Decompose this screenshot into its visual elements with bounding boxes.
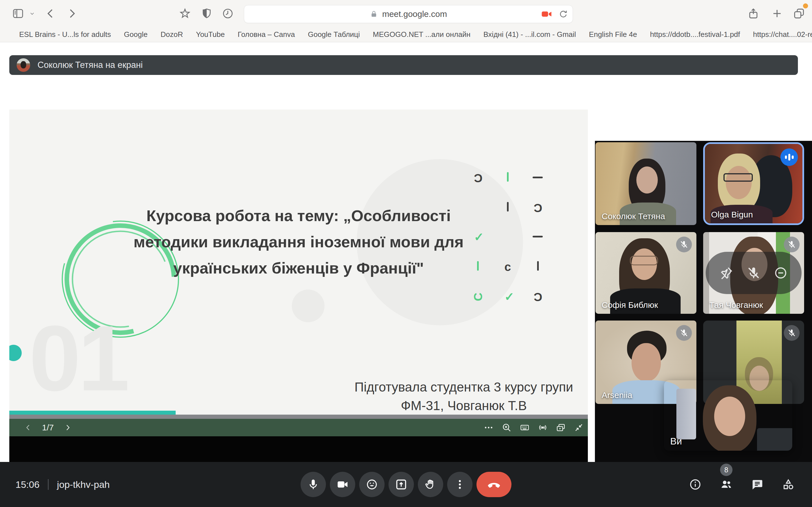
history-clock-icon[interactable] [218, 4, 238, 23]
back-button[interactable] [41, 4, 60, 23]
slide-title: Курсова робота на тему: „Особливості мет… [9, 203, 588, 281]
slide-subtitle-line: ФМ-31, Човганюк Т.В [337, 396, 588, 414]
headboard-shape [757, 428, 792, 451]
speaking-indicator [780, 149, 798, 166]
presentation-video-edge [9, 414, 588, 419]
url-text: meet.google.com [382, 9, 447, 19]
collapse-presentation-button[interactable] [570, 419, 588, 436]
curtain-shape [676, 389, 696, 439]
end-call-button[interactable] [476, 472, 511, 497]
participant-tile-speaking[interactable]: Olga Bigun [703, 142, 804, 225]
camera-button[interactable] [330, 472, 355, 497]
participant-count-badge: 8 [720, 464, 732, 476]
mic-off-icon [676, 325, 692, 341]
glasses-shape [723, 173, 753, 182]
participant-tile[interactable]: Софія Библюк [596, 232, 696, 314]
new-tab-button[interactable] [767, 4, 786, 23]
microphone-button[interactable] [301, 472, 326, 497]
slide-number: 01 [29, 312, 127, 405]
privacy-shield-icon[interactable] [197, 4, 216, 23]
presentation-stage[interactable]: 01 Курсова робота на тему: „Особливості … [9, 110, 588, 462]
bookmark-item[interactable]: https://chat....02-render-sha [753, 30, 812, 39]
share-button[interactable] [744, 4, 763, 23]
bookmark-item[interactable]: MEGOGO.NET ...али онлайн [373, 30, 470, 39]
pin-icon[interactable] [719, 266, 734, 280]
slide-title-line: Курсова робота на тему: „Особливості [9, 203, 588, 229]
camera-active-icon[interactable] [541, 8, 552, 20]
raise-hand-button[interactable] [418, 472, 443, 497]
slide-title-line: українських біженців у Франції" [9, 255, 588, 281]
bookmarks-bar: ESL Brains - U...ls for adults Google Do… [0, 27, 812, 42]
slide-decor-mark [507, 172, 509, 182]
bookmark-item[interactable]: Google Таблиці [308, 30, 360, 39]
slide-decor-small-circle [292, 290, 324, 322]
bookmark-item[interactable]: https://ddotb....festival-1.pdf [650, 30, 740, 39]
sidebar-chevron-icon[interactable] [26, 4, 38, 23]
person-silhouette [631, 343, 661, 381]
browser-toolbar: meet.google.com [0, 0, 812, 27]
bookmark-item[interactable]: Вхідні (41) - ...il.com - Gmail [484, 30, 576, 39]
participant-name: Тая Човганюк [709, 300, 763, 310]
prev-slide-button[interactable] [24, 424, 33, 432]
slide-progress-bar [9, 411, 175, 414]
bookmark-item[interactable]: Головна – Canva [238, 30, 295, 39]
screen-recording-indicator [803, 3, 808, 8]
sidebar-toggle-button[interactable] [8, 4, 28, 23]
person-silhouette [637, 166, 658, 193]
slide-decor-mark: ✓ [504, 291, 514, 303]
presenting-banner-text: Соколюк Тетяна на екрані [38, 60, 143, 70]
slide-title-line: методики викладання іноземної мови для [9, 229, 588, 255]
slide-decor-mark: c [504, 261, 511, 273]
activities-button[interactable] [780, 476, 796, 492]
participants-button[interactable]: 8 [718, 476, 734, 492]
glasses-shape [630, 256, 658, 265]
self-view-tile[interactable]: Ви [664, 380, 792, 451]
slide-decor-teal-dot [9, 345, 22, 361]
meeting-details-button[interactable] [688, 476, 703, 492]
presentation-controls-bar: 1/7 [9, 419, 588, 436]
slide-decor-mark [532, 236, 543, 237]
remove-participant-icon[interactable] [773, 266, 788, 280]
meet-page: Соколюк Тетяна на екрані 01 Курсова робо… [0, 42, 812, 507]
bookmark-item[interactable]: ESL Brains - U...ls for adults [19, 30, 111, 39]
mic-off-icon [784, 325, 800, 341]
self-view-label: Ви [670, 436, 682, 447]
reactions-button[interactable] [359, 472, 385, 497]
slide-subtitle-line: Підготувала студентка 3 курсу групи [337, 378, 588, 396]
bookmark-item[interactable]: DozoR [160, 30, 183, 39]
safari-window: meet.google.com [0, 0, 812, 507]
more-options-button[interactable] [447, 472, 472, 497]
reload-icon[interactable] [559, 9, 568, 19]
forward-button[interactable] [62, 4, 81, 23]
person-silhouette [714, 397, 745, 436]
slide-decor-mark [507, 202, 509, 212]
call-controls-bar: 15:06 jop-tkhv-pah [0, 462, 812, 507]
participant-name: Софія Библюк [602, 300, 658, 310]
mic-off-icon [676, 237, 692, 252]
url-bar[interactable]: meet.google.com [244, 5, 573, 23]
slide-decor-mark: ✓ [474, 231, 484, 243]
next-slide-button[interactable] [63, 424, 72, 432]
slide-decor-mark [537, 261, 539, 271]
participant-tile[interactable]: Тая Човганюк [703, 232, 804, 314]
present-screen-button[interactable] [389, 472, 414, 497]
participant-name: Arseniia [602, 390, 632, 400]
bookmark-star-icon[interactable] [175, 4, 195, 23]
broadcast-button[interactable] [534, 419, 552, 436]
bookmark-item[interactable]: YouTube [196, 30, 225, 39]
slide-decor-mark [532, 177, 543, 178]
bookmark-item[interactable]: Google [124, 30, 148, 39]
keyboard-button[interactable] [516, 419, 534, 436]
picture-in-picture-button[interactable] [552, 419, 570, 436]
bookmark-item[interactable]: English File 4e [589, 30, 637, 39]
chat-button[interactable] [749, 476, 765, 492]
slide-decor-mark [477, 261, 479, 271]
lock-icon [370, 10, 378, 18]
mute-participant-icon[interactable] [746, 266, 761, 280]
presenter-avatar [17, 58, 30, 72]
mic-off-icon [784, 237, 800, 252]
participant-tile[interactable]: Соколюк Тетяна [596, 142, 696, 225]
zoom-in-button[interactable] [498, 419, 516, 436]
more-options-button[interactable] [479, 419, 498, 436]
slide-decor-mark: C [534, 202, 542, 214]
